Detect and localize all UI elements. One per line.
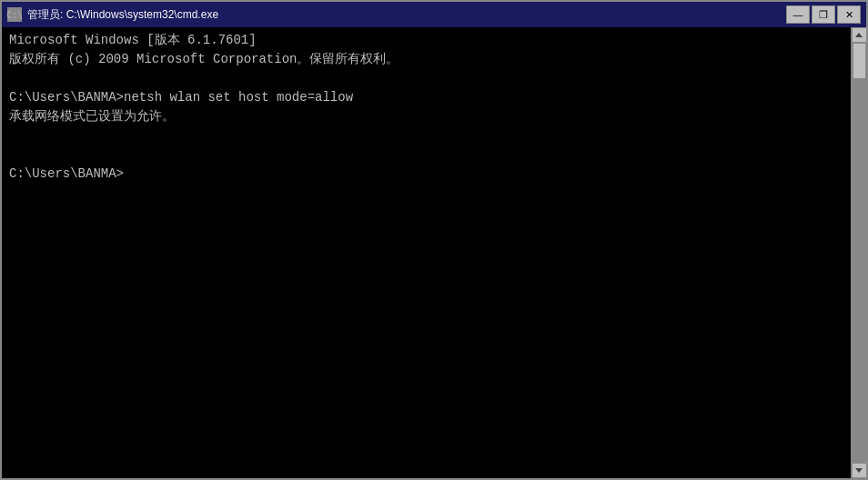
cmd-window: C:\ 管理员: C:\Windows\system32\cmd.exe — ❐… — [0, 0, 868, 480]
title-bar-buttons: — ❐ ✕ — [786, 5, 861, 24]
title-bar-text: 管理员: C:\Windows\system32\cmd.exe — [27, 7, 218, 23]
scroll-track[interactable] — [852, 43, 866, 463]
scroll-down-button[interactable] — [852, 463, 867, 478]
restore-button[interactable]: ❐ — [812, 5, 835, 24]
cmd-icon: C:\ — [7, 7, 22, 22]
minimize-button[interactable]: — — [786, 5, 810, 24]
title-bar: C:\ 管理员: C:\Windows\system32\cmd.exe — ❐… — [2, 2, 866, 27]
scroll-thumb[interactable] — [853, 43, 866, 79]
title-bar-left: C:\ 管理员: C:\Windows\system32\cmd.exe — [7, 7, 218, 23]
scroll-up-button[interactable] — [852, 27, 867, 43]
console-output: Microsoft Windows [版本 6.1.7601] 版权所有 (c)… — [9, 31, 843, 184]
console-content[interactable]: Microsoft Windows [版本 6.1.7601] 版权所有 (c)… — [2, 27, 851, 478]
scrollbar[interactable] — [851, 27, 866, 478]
console-area: Microsoft Windows [版本 6.1.7601] 版权所有 (c)… — [2, 27, 866, 478]
close-button[interactable]: ✕ — [837, 5, 861, 24]
